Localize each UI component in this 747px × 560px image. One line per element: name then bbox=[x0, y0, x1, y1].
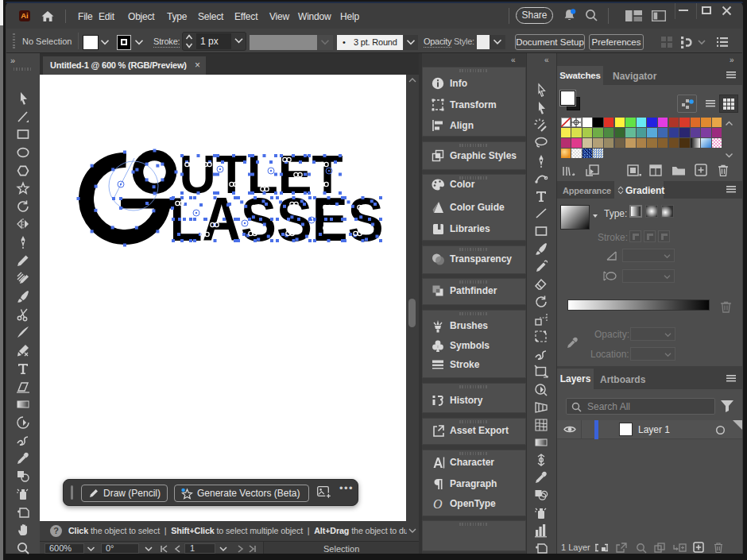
svg-text:O: O bbox=[433, 497, 443, 511]
